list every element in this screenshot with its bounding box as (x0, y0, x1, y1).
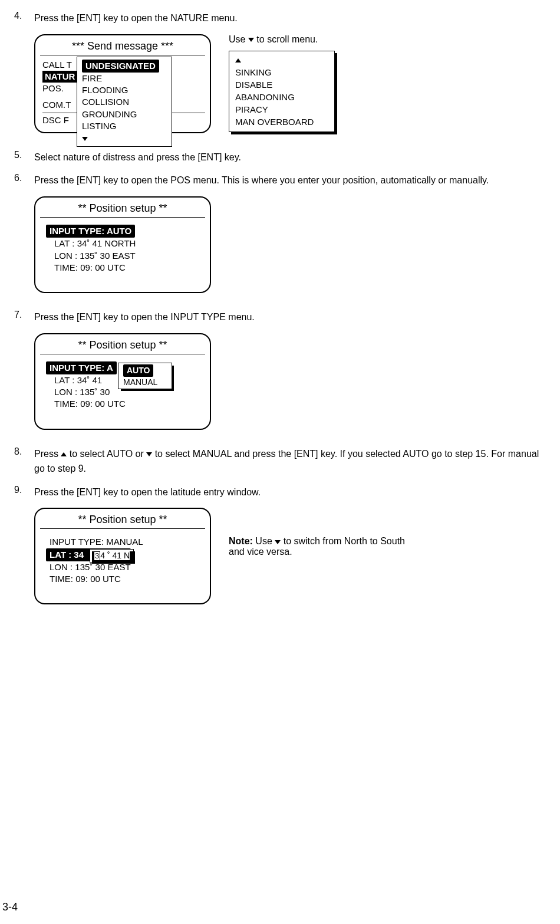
note-text: Use (229, 34, 248, 44)
step-6-num: 6. (14, 173, 34, 188)
lcd-row: LAT : 34˚ 41 NORTH (46, 238, 205, 249)
figure-nature-menu: *** Send message *** CALL T NATUR POS. C… (34, 34, 546, 133)
lcd-position-setup: ** Position setup ** INPUT TYPE: MANUAL … (34, 508, 211, 604)
arrow-down-icon (146, 449, 152, 459)
popup-item: UNDESIGNATED (82, 60, 167, 73)
popup-item: GROUNDING (82, 108, 167, 120)
step-5-text: Select nature of distress and press the … (34, 150, 546, 165)
popup-item: MAN OVERBOARD (235, 116, 328, 128)
lcd-title: ** Position setup ** (40, 202, 205, 218)
popup-item: FIRE (82, 73, 167, 84)
lcd-row: TIME: 09: 00 UTC (46, 262, 205, 274)
step-6-text: Press the [ENT] key to open the POS menu… (34, 173, 546, 188)
lcd-position-setup: ** Position setup ** INPUT TYPE: A LAT :… (34, 333, 211, 430)
step-4-num: 4. (14, 11, 34, 26)
figure-lat-entry: ** Position setup ** INPUT TYPE: MANUAL … (34, 508, 546, 604)
step-9-num: 9. (14, 485, 34, 500)
cursor-char: 3 (94, 551, 100, 561)
scroll-up-icon (235, 54, 328, 66)
selected-row: INPUT TYPE: A (46, 361, 117, 374)
popup-item: MANUAL (123, 377, 167, 388)
popup-item: PIRACY (235, 103, 328, 116)
lcd-row: LON : 135˚ 30 EAST (46, 250, 205, 262)
entry-rest: 4 ˚ 41 N (100, 551, 130, 560)
lcd-row: TIME: 09: 00 UTC (46, 573, 205, 585)
note-text: Use (253, 536, 275, 546)
step-8-num: 8. (14, 446, 34, 476)
selected-row: NATUR (42, 71, 77, 83)
step-4-text: Press the [ENT] key to open the NATURE m… (34, 11, 546, 26)
step-5-num: 5. (14, 150, 34, 165)
step-4: 4. Press the [ENT] key to open the NATUR… (14, 11, 546, 26)
popup-item: AUTO (123, 364, 167, 377)
page-number: 3-4 (2, 901, 18, 913)
figure-input-type-menu: ** Position setup ** INPUT TYPE: A LAT :… (34, 333, 546, 430)
scroll-note-block: Use to scroll menu. SINKING DISABLE ABAN… (229, 34, 335, 132)
lcd-title: *** Send message *** (40, 40, 205, 55)
text-fragment: Press (34, 449, 61, 459)
popup-item: FLOODING (82, 84, 167, 96)
text-fragment: to select AUTO or (67, 449, 146, 459)
lcd-row: INPUT TYPE: AUTO (46, 225, 205, 238)
arrow-down-icon (275, 536, 281, 546)
lcd-row: INPUT TYPE: MANUAL (46, 536, 205, 548)
scroll-down-icon (82, 132, 167, 144)
step-8-text: Press to select AUTO or to select MANUAL… (34, 446, 546, 476)
arrow-up-icon (61, 449, 67, 459)
lcd-title: ** Position setup ** (40, 339, 205, 354)
selected-input-type: AUTO (123, 364, 153, 377)
lcd-title: ** Position setup ** (40, 514, 205, 529)
lcd-row: TIME: 09: 00 UTC (46, 398, 205, 410)
selected-nature: UNDESIGNATED (82, 60, 159, 73)
popup-item: ABANDONING (235, 91, 328, 103)
note-label: Note: (229, 536, 253, 546)
scroll-box: SINKING DISABLE ABANDONING PIRACY MAN OV… (229, 51, 335, 132)
input-type-popup: AUTO MANUAL (118, 363, 172, 390)
step-8: 8. Press to select AUTO or to select MAN… (14, 446, 546, 476)
popup-item: SINKING (235, 66, 328, 78)
note-text: to scroll menu. (254, 34, 318, 44)
step-5: 5. Select nature of distress and press t… (14, 150, 546, 165)
popup-item: COLLISION (82, 96, 167, 108)
lcd-send-message: *** Send message *** CALL T NATUR POS. C… (34, 34, 211, 133)
scroll-note: Use to scroll menu. (229, 34, 335, 45)
step-9: 9. Press the [ENT] key to open the latit… (14, 485, 546, 500)
lat-note: Note: Use to switch from North to South … (229, 536, 406, 557)
nature-popup: UNDESIGNATED FIRE FLOODING COLLISION GRO… (77, 57, 172, 147)
step-7-text: Press the [ENT] key to open the INPUT TY… (34, 310, 546, 325)
figure-position-setup-auto: ** Position setup ** INPUT TYPE: AUTO LA… (34, 196, 546, 293)
step-6: 6. Press the [ENT] key to open the POS m… (14, 173, 546, 188)
step-9-text: Press the [ENT] key to open the latitude… (34, 485, 546, 500)
popup-item: DISABLE (235, 78, 328, 91)
popup-item: LISTING (82, 120, 167, 132)
arrow-down-icon (248, 34, 254, 44)
step-7-num: 7. (14, 310, 34, 325)
lat-entry-popup: 34 ˚ 41 N (90, 549, 134, 563)
lcd-position-setup: ** Position setup ** INPUT TYPE: AUTO LA… (34, 196, 211, 293)
step-7: 7. Press the [ENT] key to open the INPUT… (14, 310, 546, 325)
selected-row: INPUT TYPE: AUTO (46, 225, 135, 238)
